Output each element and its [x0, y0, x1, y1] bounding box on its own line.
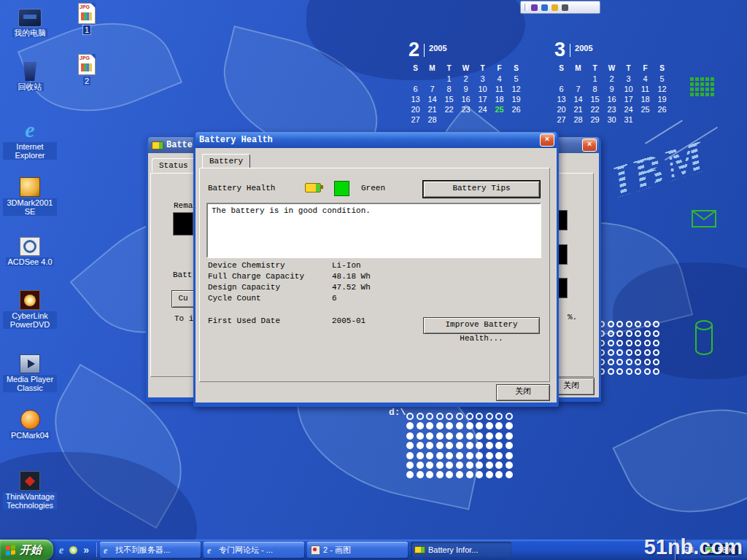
- desktop-icon-3dmark2001[interactable]: 3DMark2001 SE: [3, 177, 57, 216]
- dot: [653, 340, 659, 346]
- calendar-dow: M: [424, 64, 441, 74]
- taskbar-task[interactable]: 找不到服务器...: [100, 542, 201, 558]
- dot: [506, 413, 513, 420]
- field-value: 47.52 Wh: [332, 283, 371, 294]
- taskbar-task[interactable]: Battery Infor...: [411, 542, 511, 558]
- media-quicklaunch-icon[interactable]: [69, 546, 77, 554]
- dot: [426, 422, 433, 429]
- desktop-icon-thinkvantage[interactable]: ThinkVantage Technologies: [3, 471, 57, 510]
- dot: [406, 462, 414, 469]
- field-label: Design Capacity: [208, 283, 332, 294]
- taskbar-task[interactable]: 专门网论坛 - ...: [204, 542, 304, 558]
- dot: [406, 422, 414, 429]
- battery-health-title: Battery Health: [199, 135, 273, 145]
- dialog-fields: Device ChemistryLi-IonFull Charge Capaci…: [208, 261, 441, 305]
- calendar-day: [441, 115, 457, 125]
- close-icon[interactable]: [540, 133, 554, 147]
- calendar-day: 21: [570, 105, 587, 115]
- calendar-day: 2: [457, 74, 474, 85]
- dot: [626, 368, 632, 375]
- dot: [417, 422, 424, 429]
- desktop-icon-pcmark04[interactable]: PCMark04: [3, 410, 57, 440]
- desktop-icon-media-player-classic[interactable]: Media Player Classic: [3, 354, 57, 392]
- calendar-dow: T: [474, 64, 491, 74]
- dot: [653, 359, 659, 365]
- desktop-icon-recycle-bin[interactable]: 回收站: [3, 62, 57, 91]
- start-button[interactable]: 开始: [0, 540, 53, 560]
- keyboard-light-icon[interactable]: [562, 4, 568, 11]
- taskbar-divider: [96, 542, 97, 557]
- calendar-day: 8: [587, 85, 603, 95]
- calendar-dow: S: [407, 64, 424, 74]
- calendar-day: 16: [603, 95, 620, 105]
- desktop-icon-my-computer[interactable]: 我的电脑: [3, 6, 57, 37]
- dialog-close-button[interactable]: 关闭: [496, 384, 550, 401]
- tab-status[interactable]: Status: [152, 158, 196, 172]
- dot: [486, 462, 493, 469]
- toolbar-grip[interactable]: [525, 4, 527, 11]
- file-icon-2[interactable]: JPG2: [72, 54, 101, 85]
- close-icon[interactable]: [582, 139, 597, 152]
- calendar-day: [654, 115, 670, 125]
- dot: [466, 442, 473, 449]
- dot: [626, 330, 632, 337]
- quicklaunch-overflow-icon[interactable]: [83, 544, 89, 556]
- ie-quicklaunch-icon[interactable]: [59, 544, 63, 556]
- dot: [506, 432, 513, 440]
- language-indicator[interactable]: EN: [683, 545, 694, 554]
- calendar-day: 14: [424, 95, 441, 105]
- dot: [476, 452, 483, 459]
- mute-icon[interactable]: [541, 4, 548, 11]
- calendar-grid: SMTWTFS123456789101112131415161718192021…: [553, 64, 670, 125]
- taskbar-task[interactable]: 2 - 画图: [307, 542, 408, 558]
- calendar-separator: [570, 44, 570, 57]
- brightness-icon[interactable]: [551, 4, 558, 11]
- calendar-dow: T: [587, 64, 603, 74]
- dot: [426, 432, 433, 440]
- dot: [466, 462, 473, 469]
- dot: [456, 413, 463, 420]
- desktop-icon-internet-explorer[interactable]: Internet Explorer: [3, 119, 57, 160]
- dot: [635, 340, 641, 346]
- tab-battery[interactable]: Battery: [202, 154, 250, 168]
- desktop-icon-acdsee[interactable]: ACDSee 4.0: [3, 237, 57, 266]
- 3dmark2001-icon: [20, 177, 40, 197]
- dot: [417, 442, 424, 449]
- calendar-dow: T: [620, 64, 637, 74]
- calendar-day: 10: [474, 85, 491, 95]
- dot: [626, 349, 632, 356]
- calendar-day: 25: [491, 105, 508, 115]
- dot: [616, 340, 623, 346]
- battery-tips-button[interactable]: Battery Tips: [423, 181, 540, 198]
- desktop-icon-label: 3DMark2001 SE: [3, 198, 57, 216]
- battery-indicator[interactable]: 58%: [700, 543, 740, 556]
- dot: [644, 359, 651, 365]
- calendar-day: 27: [407, 115, 424, 125]
- dot: [406, 452, 414, 459]
- calendar-day: 12: [654, 85, 670, 95]
- desktop-icon-label: CyberLink PowerDVD: [3, 311, 57, 329]
- calendar-2005-3: 32005SMTWTFS1234567891011121314151617181…: [553, 41, 670, 125]
- calendar-day: 24: [474, 105, 491, 115]
- desktop-icon-powerdvd[interactable]: CyberLink PowerDVD: [3, 290, 57, 329]
- improve-battery-health-button[interactable]: Improve Battery Health...: [423, 317, 540, 334]
- my-computer-icon: [18, 9, 42, 27]
- battery-window-icon: [152, 141, 163, 149]
- file-icon-1[interactable]: JPG1: [72, 3, 101, 34]
- battery-health-titlebar[interactable]: Battery Health: [196, 132, 557, 148]
- dot: [608, 368, 614, 375]
- desktop-icon-label: PCMark04: [9, 431, 50, 440]
- calendar-day: 27: [553, 115, 570, 125]
- condition-textbox[interactable]: The battery is in good condition.: [206, 203, 541, 258]
- ie-icon: [207, 545, 216, 554]
- dot: [644, 368, 651, 375]
- dot: [476, 432, 483, 440]
- calendar-day: 14: [570, 95, 587, 105]
- volume-icon[interactable]: [531, 4, 538, 11]
- dot: [506, 442, 513, 449]
- dot: [644, 321, 651, 327]
- dot: [446, 442, 453, 449]
- dot: [466, 471, 473, 478]
- media-player-classic-icon: [20, 354, 40, 373]
- current-button[interactable]: Cu: [171, 290, 195, 308]
